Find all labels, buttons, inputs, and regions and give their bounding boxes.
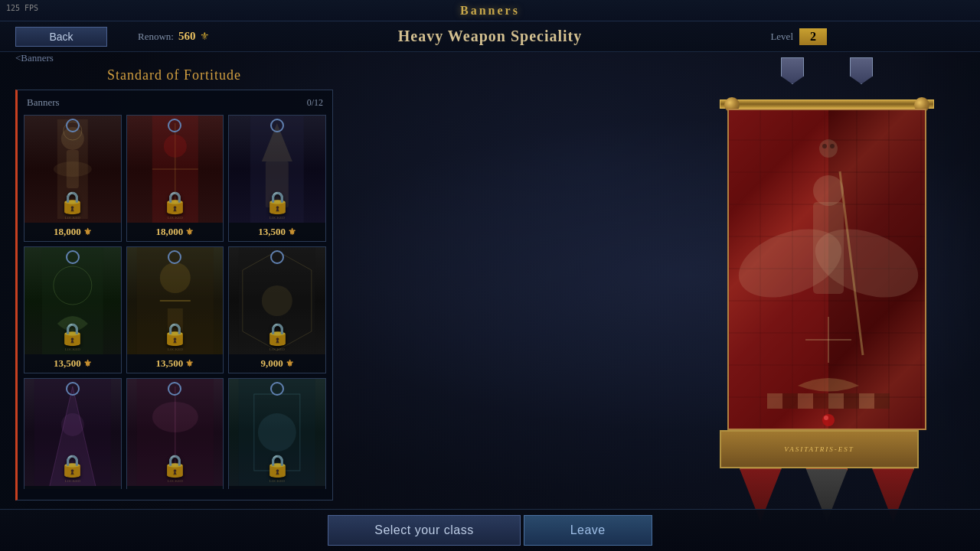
price-icon-0: ⚜ [81,227,92,237]
banner-radio-2 [270,119,284,132]
pole-bar-top [720,99,934,109]
banner-grid: LOCKED🔒18,000 ⚜ LOCKED🔒18,000 ⚜ LOCKED🔒1… [24,115,326,489]
banner-radio-0 [66,119,80,132]
scroll-text: VASITATRIS-EST [784,445,854,453]
lock-icon-3: 🔒 [59,321,86,347]
svg-point-4 [54,161,92,177]
level-badge: 2 [799,28,827,45]
banner-item-7[interactable]: LOCKED🔒13,500 ⚜ [126,378,224,489]
banner-radio-3 [66,250,80,264]
renown-value: 560 [178,30,196,43]
banner-item-2[interactable]: LOCKED🔒13,500 ⚜ [228,115,326,242]
price-icon-5: ⚜ [283,358,294,369]
svg-point-28 [61,413,84,436]
leave-button[interactable]: Leave [524,515,652,546]
price-value-5: 9,000 [261,357,283,369]
panel-title: Standard of Fortitude [15,67,333,83]
banner-price-2: 13,500 ⚜ [229,223,325,241]
title-bar: 125 FPS Banners [0,0,980,21]
svg-point-49 [830,144,835,148]
banner-display-inner: VASITATRIS-EST [720,54,934,497]
svg-rect-52 [782,393,798,409]
svg-rect-58 [874,393,890,409]
price-value-2: 13,500 [258,226,286,237]
svg-point-59 [822,414,835,426]
bottom-bar: Select your class Leave [0,509,980,551]
banner-price-5: 9,000 ⚜ [229,354,325,373]
svg-rect-56 [844,393,859,409]
banner-price-3: 13,500 ⚜ [24,354,121,373]
svg-point-48 [822,144,827,148]
banner-price-4: 13,500 ⚜ [127,354,224,373]
banner-art-overlay [729,110,925,429]
banner-item-6[interactable]: LOCKED🔒13,500 ⚜ [24,378,122,489]
banner-price-1: 18,000 ⚜ [127,223,224,241]
svg-point-43 [813,175,844,206]
svg-text:LOCKED: LOCKED [65,479,81,483]
svg-rect-57 [859,393,874,409]
price-icon-1: ⚜ [183,227,194,237]
banner-radio-4 [168,250,181,264]
banner-cloth [727,109,926,430]
lock-icon-6: 🔒 [59,453,86,478]
svg-text:LOCKED: LOCKED [270,479,286,483]
svg-text:LOCKED: LOCKED [65,347,81,351]
lock-icon-7: 🔒 [162,453,188,478]
lock-icon-4: 🔒 [162,321,188,347]
price-value-3: 13,500 [54,357,81,369]
price-value-1: 18,000 [156,226,184,237]
banner-item-5[interactable]: LOCKED🔒9,000 ⚜ [228,246,326,373]
svg-rect-55 [828,393,844,409]
svg-rect-53 [798,393,813,409]
renown-area: Renown: 560 ⚜ [138,30,210,43]
svg-text:LOCKED: LOCKED [167,216,183,220]
renown-icon: ⚜ [200,30,210,43]
price-icon-3: ⚜ [81,358,92,369]
panel-section-label: Banners [27,96,60,109]
banner-item-1[interactable]: LOCKED🔒18,000 ⚜ [126,115,224,242]
breadcrumb[interactable]: <Banners [15,52,54,64]
price-value-4: 13,500 [156,357,184,369]
banner-item-8[interactable]: LOCKED🔒9,000 ⚜ [228,378,326,489]
banner-radio-7 [168,382,181,396]
header: Back Renown: 560 ⚜ Heavy Weapon Speciali… [0,21,980,52]
select-class-button[interactable]: Select your class [328,515,520,546]
svg-rect-54 [813,393,828,409]
lock-icon-8: 🔒 [264,453,291,478]
price-icon-2: ⚜ [286,227,296,237]
banner-radio-5 [270,250,284,264]
shield-emblem-right [850,57,873,84]
lock-icon-2: 🔒 [264,190,291,215]
lock-icon-0: 🔒 [59,190,86,215]
svg-text:LOCKED: LOCKED [167,347,183,351]
svg-point-47 [819,139,838,158]
title-bar-title: Banners [460,4,520,18]
svg-text:LOCKED: LOCKED [167,479,183,483]
svg-point-9 [163,135,186,158]
banner-price-8: 9,000 ⚜ [229,486,325,489]
left-panel: Standard of Fortitude Banners 0/12 LOCKE… [15,52,333,505]
svg-rect-42 [813,202,844,294]
banner-item-0[interactable]: LOCKED🔒18,000 ⚜ [24,115,122,242]
banner-item-3[interactable]: LOCKED🔒13,500 ⚜ [24,246,122,373]
renown-label: Renown: [138,31,174,43]
svg-text:LOCKED: LOCKED [65,216,81,220]
banner-price-0: 18,000 ⚜ [24,223,121,241]
level-area: Level 2 [770,28,827,45]
fps-counter: 125 FPS [6,4,38,12]
svg-point-25 [262,285,292,316]
level-label: Level [770,31,793,43]
back-button[interactable]: Back [15,27,107,47]
banner-item-4[interactable]: LOCKED🔒13,500 ⚜ [126,246,224,373]
lock-icon-1: 🔒 [162,190,188,215]
svg-text:LOCKED: LOCKED [270,347,286,351]
panel-header: Banners 0/12 [24,96,326,109]
banner-radio-1 [168,119,181,132]
banner-radio-6 [66,382,80,396]
panel-count: 0/12 [307,97,323,109]
banner-radio-8 [270,382,284,396]
panel-box: Banners 0/12 LOCKED🔒18,000 ⚜ LOCKED🔒18,0… [15,90,333,500]
svg-point-19 [159,262,190,293]
pole-ornament [720,54,934,99]
shield-emblem-left [781,57,804,84]
